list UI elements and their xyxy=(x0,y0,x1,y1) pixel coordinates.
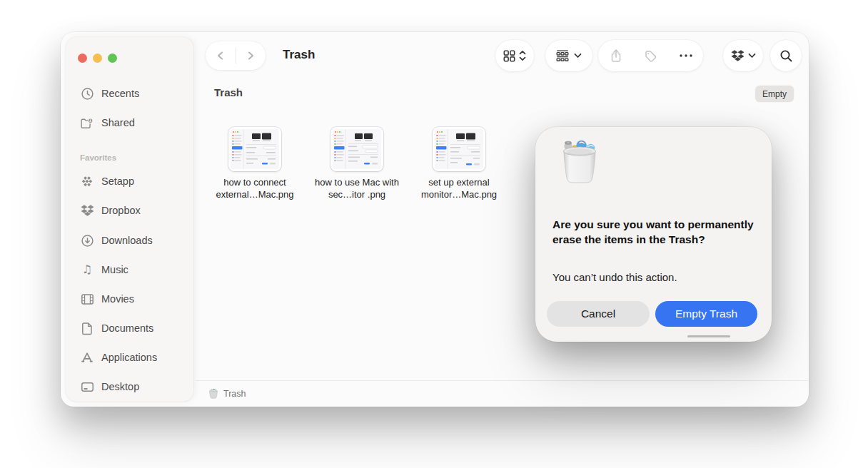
chevron-down-icon xyxy=(748,53,756,58)
desktop-icon xyxy=(80,380,94,394)
path-bar-location[interactable]: Trash xyxy=(223,389,246,399)
sidebar-item-label: Music xyxy=(101,264,128,275)
sidebar-item-music[interactable]: ♫ Music xyxy=(73,258,188,282)
sidebar-item-documents[interactable]: Documents xyxy=(73,316,188,340)
window-title: Trash xyxy=(283,48,315,62)
file-thumbnail xyxy=(433,127,485,171)
file-name: set up external monitor…Mac.png xyxy=(409,176,509,200)
up-down-chevrons-icon xyxy=(519,50,526,61)
dropbox-icon xyxy=(80,203,94,218)
sidebar-item-label: Desktop xyxy=(101,381,139,392)
sidebar-item-dropbox[interactable]: Dropbox xyxy=(73,198,188,223)
sidebar-item-label: Documents xyxy=(101,322,153,334)
group-by-button[interactable] xyxy=(545,40,592,71)
back-button[interactable] xyxy=(206,41,236,70)
sidebar-item-movies[interactable]: Movies xyxy=(73,287,188,311)
sidebar-item-recents[interactable]: Recents xyxy=(73,81,188,106)
sidebar-item-label: Movies xyxy=(101,293,134,305)
group-view-icon xyxy=(556,50,569,61)
file-item[interactable]: set up external monitor…Mac.png xyxy=(409,127,509,200)
tag-icon xyxy=(644,49,657,63)
music-note-icon: ♫ xyxy=(80,263,94,277)
setapp-icon xyxy=(80,174,94,188)
sidebar-item-label: Downloads xyxy=(101,235,153,246)
empty-trash-header-button[interactable]: Empty xyxy=(755,86,794,102)
dialog-message: You can’t undo this action. xyxy=(552,271,762,283)
dialog-title: Are you sure you want to permanently era… xyxy=(552,218,762,247)
more-options-button[interactable] xyxy=(668,54,703,58)
dropbox-icon xyxy=(731,49,745,62)
empty-trash-confirm-button[interactable]: Empty Trash xyxy=(655,301,757,327)
sidebar-item-label: Recents xyxy=(101,88,139,99)
sidebar-item-label: Shared xyxy=(101,117,135,128)
file-thumbnail xyxy=(228,127,281,171)
file-item[interactable]: how to use Mac with sec…itor .png xyxy=(307,127,407,200)
dialog-resize-handle[interactable] xyxy=(687,335,730,337)
dialog-buttons: Cancel Empty Trash xyxy=(547,301,757,327)
grid-view-icon xyxy=(503,50,515,62)
file-name: how to connect external…Mac.png xyxy=(205,176,305,200)
sidebar-item-downloads[interactable]: Downloads xyxy=(73,228,188,253)
sidebar: Recents Shared Favorites xyxy=(66,37,193,402)
path-bar: Trash xyxy=(196,380,808,406)
clock-icon xyxy=(80,86,94,101)
trash-small-icon xyxy=(208,388,218,399)
zoom-button[interactable] xyxy=(108,54,117,63)
file-thumbnail xyxy=(330,127,383,171)
sidebar-item-setapp[interactable]: Setapp xyxy=(73,169,188,193)
chevron-left-icon xyxy=(215,50,226,61)
sidebar-item-desktop[interactable]: Desktop xyxy=(73,375,188,399)
screenshot-preview xyxy=(231,129,279,169)
cancel-button[interactable]: Cancel xyxy=(547,301,650,327)
sidebar-item-label: Setapp xyxy=(101,176,134,187)
sidebar-item-shared[interactable]: Shared xyxy=(73,111,188,135)
minimize-button[interactable] xyxy=(93,54,102,63)
film-icon xyxy=(80,292,94,306)
appstore-icon xyxy=(80,350,94,365)
chevron-right-icon xyxy=(245,50,256,61)
downloads-icon xyxy=(80,233,94,248)
actions-group xyxy=(598,40,703,71)
file-name: how to use Mac with sec…itor .png xyxy=(307,176,407,200)
share-button[interactable] xyxy=(598,49,633,63)
close-button[interactable] xyxy=(78,54,87,63)
view-switcher-button[interactable] xyxy=(495,40,534,71)
search-button[interactable] xyxy=(770,40,802,71)
tags-button[interactable] xyxy=(633,49,668,63)
full-trash-icon xyxy=(557,137,602,185)
sidebar-section-favorites: Favorites xyxy=(80,153,116,162)
nav-buttons-group xyxy=(206,41,266,70)
search-icon xyxy=(779,49,793,63)
forward-button[interactable] xyxy=(236,41,266,70)
file-item[interactable]: how to connect external…Mac.png xyxy=(205,127,305,200)
document-icon xyxy=(80,321,94,335)
empty-trash-dialog: Are you sure you want to permanently era… xyxy=(535,127,772,342)
folder-title: Trash xyxy=(214,86,243,98)
dropbox-toolbar-button[interactable] xyxy=(723,40,763,71)
window-controls xyxy=(78,54,117,63)
sidebar-item-label: Applications xyxy=(101,352,157,363)
screenshot-preview xyxy=(435,129,483,169)
shared-folder-icon xyxy=(80,116,94,130)
ellipsis-icon xyxy=(679,54,693,58)
screenshot-preview xyxy=(333,129,381,169)
chevron-down-icon xyxy=(574,53,582,58)
sidebar-item-label: Dropbox xyxy=(101,205,141,216)
desktop: Trash Empty Trash xyxy=(0,0,868,468)
share-icon xyxy=(610,49,622,63)
sidebar-item-applications[interactable]: Applications xyxy=(73,345,188,370)
